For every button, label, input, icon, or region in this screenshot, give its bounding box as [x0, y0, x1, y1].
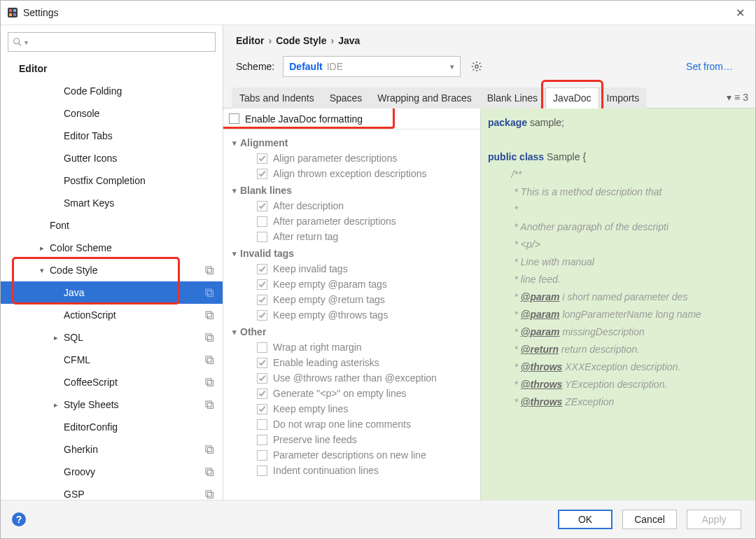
sidebar-item-editor-tabs[interactable]: Editor Tabs [1, 125, 223, 147]
option-do-not-wrap-one-line-comments[interactable]: Do not wrap one line comments [227, 416, 477, 432]
help-icon[interactable]: ? [12, 512, 26, 526]
scheme-select[interactable]: Default IDE ▾ [283, 56, 461, 77]
checkbox[interactable] [257, 232, 267, 242]
checkbox[interactable] [257, 342, 267, 353]
option-after-description[interactable]: After description [227, 198, 477, 214]
svg-rect-25 [206, 491, 211, 496]
checkbox[interactable] [257, 450, 267, 461]
sidebar-item-cfml[interactable]: CFML [1, 349, 223, 371]
enable-javadoc-checkbox[interactable] [229, 113, 239, 124]
code-preview: package sample; public class Sample { /*… [481, 108, 755, 500]
copy-icon [204, 332, 214, 342]
option-preserve-line-feeds[interactable]: Preserve line feeds [227, 432, 477, 447]
group-alignment[interactable]: ▾Alignment [227, 135, 477, 150]
option-use-throws-rather-than-exception[interactable]: Use @throws rather than @exception [227, 370, 477, 386]
option-indent-continuation-lines[interactable]: Indent continuation lines [227, 463, 477, 478]
checkbox[interactable] [257, 216, 267, 227]
sidebar-item-gutter-icons[interactable]: Gutter Icons [1, 147, 223, 169]
checkbox[interactable] [257, 153, 267, 164]
cancel-button[interactable]: Cancel [622, 510, 677, 529]
tab-wrapping-and-braces[interactable]: Wrapping and Braces [370, 88, 479, 108]
tab-imports[interactable]: Imports [599, 88, 648, 108]
apply-button[interactable]: Apply [687, 510, 741, 529]
option-align-thrown-exception-descriptions[interactable]: Align thrown exception descriptions [227, 166, 477, 181]
sidebar-item-java[interactable]: Java [1, 281, 223, 304]
option-align-parameter-descriptions[interactable]: Align parameter descriptions [227, 150, 477, 166]
option-keep-empty-return-tags[interactable]: Keep empty @return tags [227, 292, 477, 307]
sidebar-item-console[interactable]: Console [1, 102, 223, 125]
checkbox[interactable] [257, 435, 267, 445]
checkbox[interactable] [257, 388, 267, 399]
chevron-down-icon: ▾ [24, 38, 28, 46]
sidebar-item-gherkin[interactable]: Gherkin [1, 438, 223, 461]
sidebar-item-style-sheets[interactable]: ▸Style Sheets [1, 393, 223, 416]
checkbox[interactable] [257, 169, 267, 179]
search-input[interactable]: ▾ [8, 32, 216, 52]
svg-line-6 [19, 43, 22, 46]
checkbox[interactable] [257, 465, 267, 476]
checkbox[interactable] [257, 295, 267, 305]
option-keep-empty-lines[interactable]: Keep empty lines [227, 401, 477, 416]
ok-button[interactable]: OK [558, 510, 612, 529]
option-parameter-descriptions-on-new-line[interactable]: Parameter descriptions on new line [227, 447, 477, 463]
option-keep-empty-throws-tags[interactable]: Keep empty @throws tags [227, 307, 477, 323]
svg-rect-1 [9, 9, 12, 12]
svg-rect-16 [208, 358, 214, 364]
checkbox[interactable] [257, 264, 267, 274]
tab-javadoc[interactable]: JavaDoc [545, 88, 598, 108]
svg-rect-19 [206, 401, 211, 407]
option-keep-empty-param-tags[interactable]: Keep empty @param tags [227, 276, 477, 292]
checkbox[interactable] [257, 404, 267, 414]
svg-line-33 [479, 69, 481, 71]
chevron-down-icon: ▾ [229, 328, 240, 337]
group-other[interactable]: ▾Other [227, 324, 477, 340]
set-from-link[interactable]: Set from… [686, 61, 743, 72]
tab-blank-lines[interactable]: Blank Lines [479, 88, 545, 108]
sidebar-item-gsp[interactable]: GSP [1, 483, 223, 500]
chevron-right-icon: ▸ [51, 333, 61, 342]
option-enable-leading-asterisks[interactable]: Enable leading asterisks [227, 355, 477, 370]
sidebar-item-sql[interactable]: ▸SQL [1, 326, 223, 349]
svg-rect-13 [206, 334, 211, 340]
svg-rect-23 [206, 468, 211, 474]
tab-overflow[interactable]: ▾ ≡3 [720, 87, 755, 108]
group-invalid-tags[interactable]: ▾Invalid tags [227, 246, 477, 261]
sidebar-item-coffeescript[interactable]: CoffeeScript [1, 371, 223, 393]
tab-spaces[interactable]: Spaces [322, 88, 370, 108]
gear-icon[interactable] [469, 59, 484, 74]
sidebar-item-code-style[interactable]: ▾Code Style [1, 259, 223, 281]
sidebar-item-groovy[interactable]: Groovy [1, 461, 223, 483]
checkbox[interactable] [257, 201, 267, 211]
sidebar-item-font[interactable]: Font [1, 214, 223, 237]
checkbox[interactable] [257, 358, 267, 368]
settings-tree[interactable]: EditorCode FoldingConsoleEditor TabsGutt… [1, 57, 223, 500]
option-keep-invalid-tags[interactable]: Keep invalid tags [227, 261, 477, 276]
option-after-parameter-descriptions[interactable]: After parameter descriptions [227, 214, 477, 229]
svg-rect-14 [208, 336, 214, 342]
sidebar-item-postfix-completion[interactable]: Postfix Completion [1, 169, 223, 192]
sidebar-item-color-scheme[interactable]: ▸Color Scheme [1, 237, 223, 259]
checkbox[interactable] [257, 310, 267, 321]
chevron-down-icon: ▾ [229, 186, 240, 195]
svg-rect-9 [206, 289, 211, 295]
option-wrap-at-right-margin[interactable]: Wrap at right margin [227, 340, 477, 355]
svg-rect-17 [206, 379, 211, 384]
option-generate-p-on-empty-lines[interactable]: Generate "<p>" on empty lines [227, 386, 477, 401]
option-after-return-tag[interactable]: After return tag [227, 229, 477, 244]
sidebar-item-smart-keys[interactable]: Smart Keys [1, 192, 223, 214]
breadcrumb: Editor› Code Style› Java [223, 25, 755, 48]
close-icon[interactable]: ✕ [730, 3, 750, 22]
sidebar-item-code-folding[interactable]: Code Folding [1, 80, 223, 102]
group-blank-lines[interactable]: ▾Blank lines [227, 183, 477, 198]
svg-rect-22 [208, 448, 214, 454]
sidebar-item-actionscript[interactable]: ActionScript [1, 304, 223, 326]
sidebar-heading-editor[interactable]: Editor [1, 57, 223, 80]
svg-rect-8 [208, 269, 214, 274]
tab-tabs-and-indents[interactable]: Tabs and Indents [232, 88, 322, 108]
sidebar-item-editorconfig[interactable]: EditorConfig [1, 416, 223, 438]
checkbox[interactable] [257, 373, 267, 384]
options-list[interactable]: ▾AlignmentAlign parameter descriptionsAl… [223, 130, 480, 500]
svg-rect-4 [13, 13, 16, 16]
checkbox[interactable] [257, 419, 267, 430]
checkbox[interactable] [257, 279, 267, 290]
